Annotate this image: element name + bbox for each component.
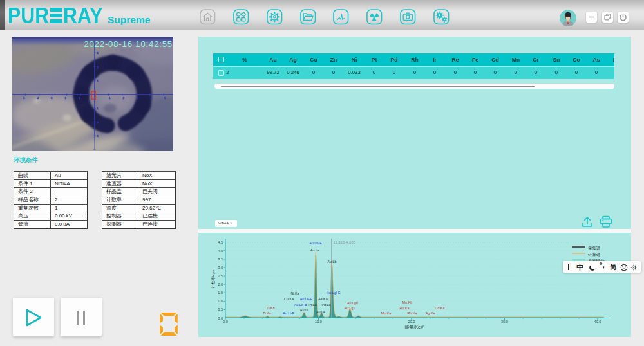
svg-text:Au:Le: Au:Le (316, 310, 325, 314)
svg-text:Au:Lg1: Au:Lg1 (344, 306, 355, 310)
svg-text:3.5: 3.5 (218, 257, 223, 261)
svg-text:Au:Ll-E: Au:Ll-E (283, 311, 294, 315)
svg-text:Au:Lb-E: Au:Lb-E (309, 241, 322, 245)
svg-text:能量/KeV: 能量/KeV (404, 325, 424, 330)
svg-text:2.0: 2.0 (218, 282, 223, 286)
svg-text:Rh:Ka: Rh:Ka (408, 311, 417, 315)
svg-text:2022-08-16 10:42:55: 2022-08-16 10:42:55 (84, 39, 173, 49)
svg-text:Pt:La: Pt:La (308, 303, 317, 307)
svg-text:Au:Le-E: Au:Le-E (300, 297, 313, 301)
svg-text:Ti:Kb: Ti:Kb (267, 306, 274, 310)
svg-text:Ti:Ka: Ti:Ka (263, 311, 270, 315)
svg-text:Ru:Ka: Ru:Ka (400, 306, 410, 310)
svg-text:As:Ka: As:Ka (318, 297, 327, 301)
svg-text:Cu:Ka: Cu:Ka (284, 297, 294, 301)
svg-text:3.0: 3.0 (218, 266, 223, 269)
svg-text:11.310,4.665: 11.310,4.665 (334, 241, 356, 244)
svg-text:Mo:Kb: Mo:Kb (402, 300, 413, 304)
svg-text:Au:Ll: Au:Ll (300, 308, 308, 312)
svg-text:2.5: 2.5 (218, 274, 223, 278)
svg-text:0.0: 0.0 (218, 316, 223, 320)
svg-text:Ag:Ka: Ag:Ka (426, 311, 435, 315)
svg-text:Pd:La: Pd:La (321, 303, 330, 307)
svg-text:Au:La: Au:La (310, 248, 319, 252)
svg-text:0.5: 0.5 (218, 307, 223, 311)
svg-text:Au:LgI-E: Au:LgI-E (327, 291, 341, 295)
svg-text:4.5: 4.5 (218, 241, 223, 244)
svg-text:Cd:Ka: Cd:Ka (435, 306, 445, 310)
svg-text:1.0: 1.0 (218, 299, 223, 303)
svg-text:4.0: 4.0 (218, 249, 223, 253)
svg-text:Ni:Ka: Ni:Ka (290, 291, 299, 295)
svg-text:Au:Le-B: Au:Le-B (294, 303, 307, 307)
svg-text:计算谱: 计算谱 (588, 252, 601, 257)
svg-text:计数率/cps: 计数率/cps (211, 269, 215, 288)
svg-text:Mo:Ka: Mo:Ka (381, 311, 392, 315)
svg-text:1.5: 1.5 (218, 291, 223, 295)
svg-text:Au:Lb: Au:Lb (327, 260, 336, 264)
svg-text:Au:LgII: Au:LgII (347, 301, 358, 305)
svg-text:采集谱: 采集谱 (588, 246, 601, 251)
